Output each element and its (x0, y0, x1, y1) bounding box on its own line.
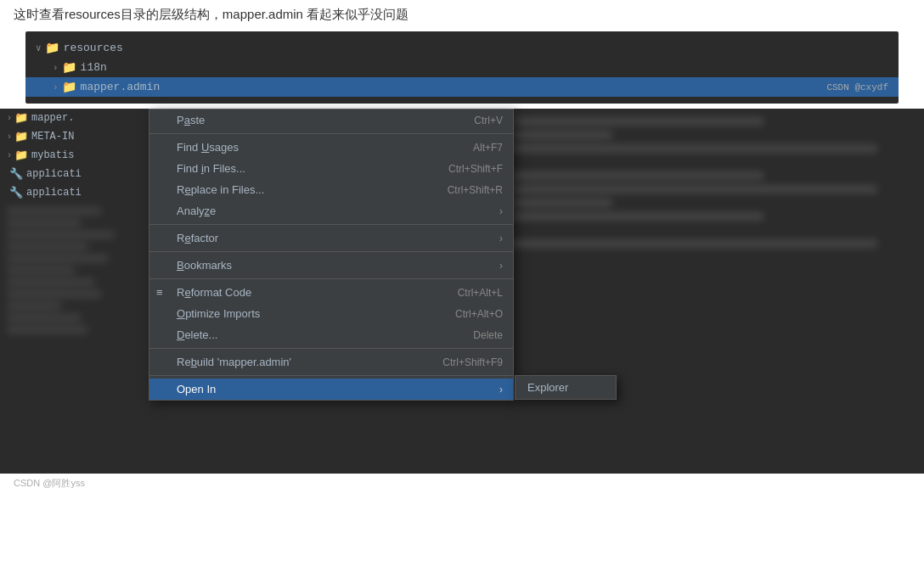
delete-shortcut: Delete (473, 329, 503, 341)
separator (149, 278, 513, 279)
paste-shortcut: Ctrl+V (474, 115, 503, 126)
folder-icon: 📁 (45, 41, 59, 55)
arrow-icon: › (53, 82, 59, 93)
menu-item-find-usages[interactable]: Find Usages Alt+F7 (149, 137, 513, 158)
intro-label: 这时查看resources目录的层级结构，mapper.admin 看起来似乎没… (14, 7, 408, 21)
file-tree-top: ∨ 📁 resources › 📁 i18n › 📁 mapper.admin … (25, 31, 899, 104)
open-in-label: Open In (177, 383, 216, 396)
optimize-label: Optimize Imports (177, 307, 260, 320)
folder-icon: 📁 (14, 149, 28, 162)
config-icon: 🔧 (9, 167, 23, 181)
underline-char: b (191, 356, 197, 368)
reformat-icon: ≡ (156, 286, 163, 299)
find-usages-label: Find Usages (177, 141, 239, 154)
menu-item-analyze[interactable]: Analyze › (149, 200, 513, 222)
arrow-icon: › (7, 114, 12, 123)
menu-item-paste[interactable]: Paste Ctrl+V (149, 109, 513, 131)
rebuild-shortcut: Ctrl+Shift+F9 (442, 356, 503, 368)
underline-char: z (205, 205, 211, 217)
submenu-arrow-icon: › (499, 205, 503, 217)
find-in-files-label: Find in Files... (177, 162, 245, 175)
optimize-shortcut: Ctrl+Alt+O (455, 308, 503, 320)
arrow-icon: › (53, 63, 59, 73)
underline-char: i (201, 162, 204, 175)
folder-icon: 📁 (62, 80, 76, 94)
separator (149, 133, 513, 134)
folder-icon: 📁 (14, 111, 28, 125)
menu-item-bookmarks[interactable]: Bookmarks › (149, 255, 513, 276)
item-label: mybatis (31, 149, 74, 161)
separator (149, 348, 513, 349)
tree-item-application1[interactable]: 🔧 applicati (0, 165, 149, 183)
separator (149, 375, 513, 376)
underline-char: B (177, 259, 184, 272)
menu-item-open-in[interactable]: Open In › (149, 379, 513, 400)
submenu-arrow-icon: › (499, 260, 503, 272)
folder-icon: 📁 (62, 60, 76, 75)
menu-item-reformat-code[interactable]: ≡ Reformat Code Ctrl+Alt+L (149, 282, 513, 303)
find-in-files-shortcut: Ctrl+Shift+F (448, 163, 503, 175)
csdn-badge: CSDN @cxydf (826, 82, 888, 93)
underline-char: a (184, 114, 190, 126)
menu-item-optimize-imports[interactable]: Optimize Imports Ctrl+Alt+O (149, 303, 513, 324)
find-usages-shortcut: Alt+F7 (473, 142, 503, 154)
menu-item-refactor[interactable]: Refactor › (149, 227, 513, 249)
csdn-watermark-left: CSDN @阿胜yss (7, 477, 85, 490)
explorer-label: Explorer (527, 381, 568, 394)
left-panel: › 📁 mapper. › 📁 META-IN › 📁 mybatis 🔧 ap… (0, 109, 149, 474)
tree-row-i18n[interactable]: › 📁 i18n (25, 58, 899, 77)
item-label: mapper. (31, 112, 74, 124)
tree-row-resources[interactable]: ∨ 📁 resources (25, 38, 899, 58)
tree-item-mybatis[interactable]: › 📁 mybatis (0, 146, 149, 165)
underline-char: U (201, 141, 209, 154)
refactor-label: Refactor (177, 232, 218, 244)
paste-label: Paste (177, 114, 205, 126)
folder-icon: 📁 (14, 130, 28, 143)
config-icon: 🔧 (9, 186, 23, 199)
tree-item-mapper[interactable]: › 📁 mapper. (0, 109, 149, 127)
item-label: applicati (26, 187, 82, 199)
submenu-arrow-icon: › (499, 384, 503, 396)
context-menu: Paste Ctrl+V Find Usages Alt+F7 Find in … (149, 109, 514, 401)
bookmarks-label: Bookmarks (177, 259, 232, 272)
arrow-icon: › (7, 151, 12, 160)
tree-label: i18n (81, 61, 107, 74)
menu-item-delete[interactable]: Delete... Delete (149, 324, 513, 345)
separator (149, 251, 513, 252)
bottom-bar: CSDN @阿胜yss (0, 474, 924, 493)
tree-label: mapper.admin (81, 81, 161, 93)
item-label: applicati (26, 168, 82, 180)
underline-char: e (184, 232, 190, 244)
reformat-label: Reformat Code (177, 286, 251, 299)
replace-label: Replace in Files... (177, 183, 264, 196)
rebuild-label: Rebuild 'mapper.admin' (177, 356, 291, 368)
replace-shortcut: Ctrl+Shift+R (448, 184, 503, 196)
arrow-icon: ∨ (36, 42, 42, 53)
underline-char: O (177, 307, 185, 320)
underline-char: D (177, 328, 184, 341)
ide-area: › 📁 mapper. › 📁 META-IN › 📁 mybatis 🔧 ap… (0, 109, 924, 474)
separator (149, 224, 513, 225)
delete-label: Delete... (177, 328, 217, 341)
submenu-arrow-icon: › (499, 233, 503, 244)
open-in-submenu: Explorer (515, 375, 617, 400)
tree-row-mapper-admin[interactable]: › 📁 mapper.admin CSDN @cxydf (25, 77, 899, 97)
item-label: META-IN (31, 131, 74, 143)
tree-item-meta[interactable]: › 📁 META-IN (0, 127, 149, 146)
menu-item-rebuild[interactable]: Rebuild 'mapper.admin' Ctrl+Shift+F9 (149, 351, 513, 373)
underline-char: e (184, 183, 190, 196)
tree-item-application2[interactable]: 🔧 applicati (0, 183, 149, 202)
analyze-label: Analyze (177, 205, 216, 217)
submenu-item-explorer[interactable]: Explorer (516, 376, 616, 399)
underline-char: e (184, 286, 190, 299)
reformat-shortcut: Ctrl+Alt+L (458, 287, 503, 299)
arrow-icon: › (7, 132, 12, 142)
menu-item-find-in-files[interactable]: Find in Files... Ctrl+Shift+F (149, 158, 513, 179)
intro-text: 这时查看resources目录的层级结构，mapper.admin 看起来似乎没… (0, 0, 924, 31)
menu-item-replace-in-files[interactable]: Replace in Files... Ctrl+Shift+R (149, 179, 513, 200)
tree-label: resources (64, 42, 123, 54)
